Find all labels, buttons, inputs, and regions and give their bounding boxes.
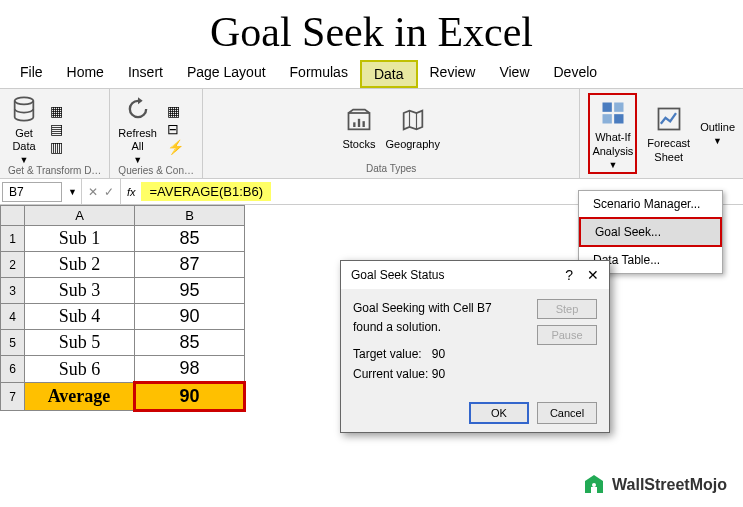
cancel-button[interactable]: Cancel <box>537 402 597 424</box>
refresh-icon <box>122 93 154 125</box>
tab-file[interactable]: File <box>8 60 55 88</box>
goal-seek-item[interactable]: Goal Seek... <box>579 217 722 247</box>
cell[interactable]: Sub 4 <box>25 304 135 330</box>
cell[interactable]: Sub 1 <box>25 226 135 252</box>
svg-rect-3 <box>358 119 360 127</box>
small-icon-1[interactable]: ▦ <box>50 103 63 119</box>
get-data-button[interactable]: Get Data ▼ <box>8 93 40 165</box>
svg-point-10 <box>592 483 596 487</box>
small-icon-5[interactable]: ⊟ <box>167 121 184 137</box>
cell[interactable]: Sub 3 <box>25 278 135 304</box>
scenario-manager-item[interactable]: Scenario Manager... <box>579 191 722 217</box>
row-header[interactable]: 5 <box>1 330 25 356</box>
refresh-all-button[interactable]: Refresh All ▼ <box>118 93 157 165</box>
cell[interactable]: 98 <box>135 356 245 383</box>
cancel-formula-icon[interactable]: ✕ <box>88 185 98 199</box>
group-label-2: Queries & Con… <box>118 165 194 176</box>
refresh-label: Refresh All <box>118 127 157 153</box>
outline-label: Outline <box>700 121 735 134</box>
database-icon <box>8 93 40 125</box>
formula-input[interactable]: =AVERAGE(B1:B6) <box>141 182 271 201</box>
row-header[interactable]: 2 <box>1 252 25 278</box>
row-header[interactable]: 7 <box>1 383 25 411</box>
outline-button[interactable]: Outline ▼ <box>700 121 735 146</box>
stocks-label: Stocks <box>342 138 375 151</box>
table-row: 3 Sub 3 95 <box>1 278 245 304</box>
svg-rect-4 <box>362 122 364 128</box>
close-icon[interactable]: ✕ <box>587 267 599 283</box>
forecast-icon <box>653 103 685 135</box>
whatif-label: What-If Analysis <box>592 131 633 157</box>
svg-point-0 <box>15 97 34 104</box>
chevron-down-icon: ▼ <box>20 155 29 165</box>
small-icon-3[interactable]: ▥ <box>50 139 63 155</box>
col-header-b[interactable]: B <box>135 206 245 226</box>
group-label-1: Get & Transform D… <box>8 165 101 176</box>
what-if-analysis-button[interactable]: What-If Analysis ▼ <box>588 93 637 173</box>
wallstreetmojo-logo-icon <box>582 473 606 497</box>
chevron-down-icon: ▼ <box>133 155 142 165</box>
tab-developer[interactable]: Develo <box>542 60 610 88</box>
row-header[interactable]: 4 <box>1 304 25 330</box>
table-row: 6 Sub 6 98 <box>1 356 245 383</box>
small-icon-2[interactable]: ▤ <box>50 121 63 137</box>
cell[interactable]: 95 <box>135 278 245 304</box>
tab-formulas[interactable]: Formulas <box>278 60 360 88</box>
forecast-label: Forecast Sheet <box>647 137 690 163</box>
small-icon-6[interactable]: ⚡ <box>167 139 184 155</box>
stocks-button[interactable]: Stocks <box>342 104 375 151</box>
stocks-icon <box>343 104 375 136</box>
tab-review[interactable]: Review <box>418 60 488 88</box>
small-icon-4[interactable]: ▦ <box>167 103 184 119</box>
ribbon: Get Data ▼ ▦ ▤ ▥ Get & Transform D… Refr… <box>0 89 743 179</box>
cell[interactable]: Sub 6 <box>25 356 135 383</box>
ribbon-tabs: File Home Insert Page Layout Formulas Da… <box>0 60 743 89</box>
cell[interactable]: Sub 5 <box>25 330 135 356</box>
table-row: 1 Sub 1 85 <box>1 226 245 252</box>
group-label-3: Data Types <box>211 163 571 174</box>
svg-rect-6 <box>614 103 623 112</box>
cell[interactable]: 85 <box>135 226 245 252</box>
ok-button[interactable]: OK <box>469 402 529 424</box>
tab-data[interactable]: Data <box>360 60 418 88</box>
svg-rect-7 <box>602 114 611 123</box>
average-label-cell[interactable]: Average <box>25 383 135 411</box>
chevron-down-icon: ▼ <box>608 160 617 170</box>
name-box-dropdown-icon[interactable]: ▼ <box>64 187 81 197</box>
average-row: 7 Average 90 <box>1 383 245 411</box>
name-box[interactable]: B7 <box>2 182 62 202</box>
help-icon[interactable]: ? <box>565 267 573 283</box>
tab-home[interactable]: Home <box>55 60 116 88</box>
forecast-sheet-button[interactable]: Forecast Sheet <box>647 103 690 163</box>
average-result-cell[interactable]: 90 <box>135 383 245 411</box>
goal-seek-status-dialog: Goal Seek Status ? ✕ Goal Seeking with C… <box>340 260 610 433</box>
geography-button[interactable]: Geography <box>385 104 439 151</box>
row-header[interactable]: 1 <box>1 226 25 252</box>
cell[interactable]: 90 <box>135 304 245 330</box>
dialog-message: Goal Seeking with Cell B7 found a soluti… <box>353 299 525 384</box>
enter-formula-icon[interactable]: ✓ <box>104 185 114 199</box>
table-row: 4 Sub 4 90 <box>1 304 245 330</box>
cell[interactable]: 85 <box>135 330 245 356</box>
tab-page-layout[interactable]: Page Layout <box>175 60 278 88</box>
cell[interactable]: 87 <box>135 252 245 278</box>
geography-icon <box>397 104 429 136</box>
dialog-title: Goal Seek Status <box>351 268 444 282</box>
col-header-a[interactable]: A <box>25 206 135 226</box>
row-header[interactable]: 3 <box>1 278 25 304</box>
tab-view[interactable]: View <box>487 60 541 88</box>
chevron-down-icon: ▼ <box>713 136 722 146</box>
pause-button[interactable]: Pause <box>537 325 597 345</box>
table-row: 5 Sub 5 85 <box>1 330 245 356</box>
step-button[interactable]: Step <box>537 299 597 319</box>
svg-rect-8 <box>614 114 623 123</box>
row-header[interactable]: 6 <box>1 356 25 383</box>
tab-insert[interactable]: Insert <box>116 60 175 88</box>
svg-rect-2 <box>353 123 355 128</box>
table-row: 2 Sub 2 87 <box>1 252 245 278</box>
page-title: Goal Seek in Excel <box>0 0 743 60</box>
cell[interactable]: Sub 2 <box>25 252 135 278</box>
fx-icon[interactable]: fx <box>121 186 142 198</box>
geography-label: Geography <box>385 138 439 151</box>
corner-cell[interactable] <box>1 206 25 226</box>
